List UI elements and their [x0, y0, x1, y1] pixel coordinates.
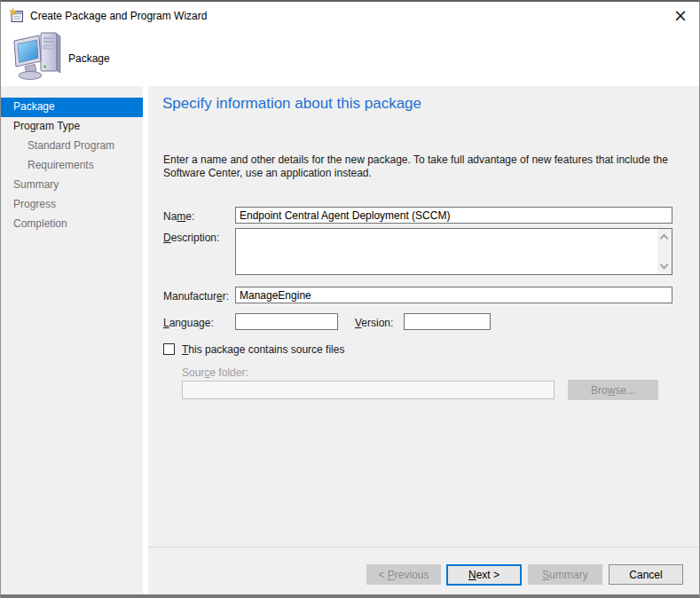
manufacturer-input[interactable]: [235, 287, 672, 303]
sidebar-item-program-type[interactable]: Program Type: [1, 117, 143, 137]
language-input[interactable]: [235, 313, 338, 330]
title-bar: Create Package and Program Wizard ×: [1, 2, 699, 29]
close-icon[interactable]: ×: [662, 2, 699, 29]
sidebar-item-summary[interactable]: Summary: [1, 176, 143, 195]
description-edit-area[interactable]: [236, 229, 657, 274]
source-files-label: This package contains source files: [182, 343, 344, 356]
next-button[interactable]: Next >: [446, 564, 522, 586]
browse-button: Browse...: [568, 380, 658, 400]
sidebar-item-standard-program[interactable]: Standard Program: [1, 137, 143, 156]
description-scrollbar[interactable]: [657, 229, 672, 274]
name-input[interactable]: [235, 207, 672, 224]
name-label: Name:: [163, 210, 194, 223]
scroll-down-icon[interactable]: [660, 261, 669, 270]
version-input[interactable]: [404, 313, 491, 330]
description-input[interactable]: [235, 228, 672, 275]
summary-button: Summary: [528, 564, 602, 585]
sidebar-item-requirements[interactable]: Requirements: [1, 156, 143, 176]
description-label: Description:: [163, 232, 219, 244]
previous-button: < Previous: [366, 564, 441, 585]
wizard-steps-sidebar: Package Program Type Standard Program Re…: [1, 86, 143, 594]
wizard-body: Package Program Type Standard Program Re…: [1, 86, 699, 594]
cancel-button[interactable]: Cancel: [609, 564, 683, 585]
manufacturer-label: Manufacturer:: [163, 290, 229, 303]
footer-divider: [148, 547, 699, 547]
wizard-banner: Package: [1, 29, 699, 86]
source-folder-input: [182, 381, 554, 399]
source-files-checkbox[interactable]: [163, 343, 175, 355]
wizard-app-icon: [9, 8, 24, 23]
language-label: Language:: [163, 317, 214, 329]
wizard-window: Create Package and Program Wizard ×: [0, 0, 700, 598]
source-folder-label: Source folder:: [182, 366, 248, 379]
wizard-content-pane: Specify information about this package E…: [148, 86, 699, 594]
sidebar-item-progress[interactable]: Progress: [1, 195, 143, 215]
scroll-up-icon[interactable]: [660, 234, 669, 243]
sidebar-item-completion[interactable]: Completion: [1, 215, 143, 234]
window-title: Create Package and Program Wizard: [30, 10, 207, 22]
page-title: Specify information about this package: [162, 95, 421, 113]
version-label: Version:: [355, 317, 393, 329]
intro-text: Enter a name and other details for the n…: [163, 153, 678, 179]
banner-title: Package: [68, 52, 110, 65]
package-computer-icon: [13, 32, 64, 82]
sidebar-item-package[interactable]: Package: [1, 98, 143, 117]
